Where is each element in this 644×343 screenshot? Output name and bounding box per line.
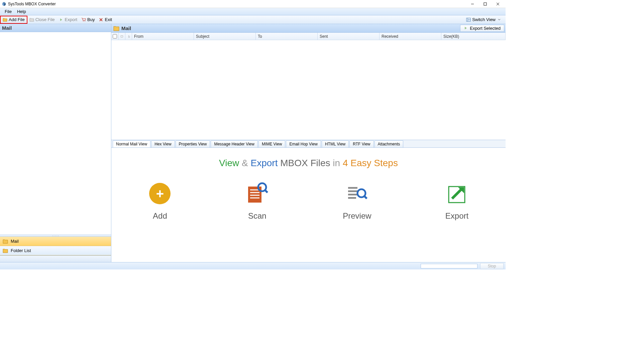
mail-header-title: Mail	[121, 25, 131, 31]
exit-icon	[99, 17, 103, 22]
toolbar: Add File Close File Export Buy Exit Swit…	[0, 15, 506, 24]
right-panel: Mail Export Selected From Subject To Sen…	[111, 24, 506, 262]
title-view: View	[219, 158, 239, 168]
col-checkbox[interactable]	[111, 33, 119, 40]
cart-icon	[81, 17, 86, 22]
svg-rect-1	[484, 3, 487, 5]
export-label: Export	[65, 17, 78, 22]
stop-button[interactable]: Stop	[480, 263, 504, 269]
preview-icon	[345, 182, 369, 205]
col-received[interactable]: Received	[380, 33, 441, 40]
scan-icon	[245, 182, 269, 205]
exit-label: Exit	[105, 17, 112, 22]
tab-properties-view[interactable]: Properties View	[176, 140, 210, 147]
close-file-button[interactable]: Close File	[27, 16, 57, 24]
add-file-button[interactable]: Add File	[0, 16, 27, 24]
col-attachment-icon	[125, 33, 132, 40]
folder-close-icon	[29, 17, 34, 22]
export-arrow-icon	[59, 17, 64, 22]
buy-button[interactable]: Buy	[79, 16, 97, 24]
svg-line-24	[364, 196, 367, 199]
titlebar: SysTools MBOX Converter	[0, 0, 506, 8]
title-steps: 4 Easy Steps	[343, 158, 398, 168]
chevron-down-icon	[497, 17, 502, 22]
welcome-title: View & Export MBOX Files in 4 Easy Steps	[219, 158, 398, 168]
tab-mime-view[interactable]: MIME View	[258, 140, 285, 147]
col-sent[interactable]: Sent	[318, 33, 380, 40]
step-preview-label: Preview	[343, 211, 371, 221]
folder-open-icon	[3, 17, 7, 22]
title-in: in	[333, 158, 340, 168]
export-icon	[464, 26, 468, 31]
view-tabs: Normal Mail View Hex View Properties Vie…	[111, 140, 506, 148]
add-file-label: Add File	[9, 17, 25, 22]
folder-tree[interactable]	[0, 32, 111, 235]
step-scan: Scan	[245, 182, 269, 221]
nav-mail[interactable]: Mail	[0, 237, 111, 246]
folder-icon	[3, 248, 8, 253]
status-bar: Stop	[0, 262, 506, 269]
title-amp: &	[242, 158, 248, 168]
buy-label: Buy	[87, 17, 95, 22]
step-add-label: Add	[153, 211, 167, 221]
preview-panel: View & Export MBOX Files in 4 Easy Steps…	[111, 148, 506, 262]
svg-rect-11	[121, 35, 123, 37]
exit-button[interactable]: Exit	[97, 16, 114, 24]
tab-email-hop-view[interactable]: Email Hop View	[286, 140, 321, 147]
col-subject[interactable]: Subject	[194, 33, 256, 40]
app-icon	[1, 1, 7, 7]
step-add: Add	[148, 182, 172, 221]
col-from[interactable]: From	[132, 33, 194, 40]
tab-hex-view[interactable]: Hex View	[151, 140, 175, 147]
tab-rtf-view[interactable]: RTF View	[349, 140, 373, 147]
select-all-checkbox[interactable]	[113, 34, 117, 38]
left-panel: Mail · · · · · Mail Folder List	[0, 24, 111, 262]
switch-view-label: Switch View	[472, 17, 496, 22]
menubar: File Help	[0, 8, 506, 15]
title-mbox: MBOX Files	[280, 158, 330, 168]
step-export: Export	[445, 182, 469, 221]
title-export: Export	[251, 158, 278, 168]
col-to[interactable]: To	[256, 33, 318, 40]
svg-point-5	[85, 21, 85, 21]
export-selected-label: Export Selected	[470, 26, 501, 31]
folder-icon	[113, 26, 119, 31]
window-title: SysTools MBOX Converter	[8, 2, 56, 6]
tab-normal-mail-view[interactable]: Normal Mail View	[113, 140, 150, 147]
step-scan-label: Scan	[248, 211, 266, 221]
switch-view-button[interactable]: Switch View	[464, 16, 504, 24]
panel-collapser[interactable]	[0, 255, 111, 262]
tab-message-header-view[interactable]: Message Header View	[211, 140, 258, 147]
menu-file[interactable]: File	[2, 8, 14, 15]
close-file-label: Close File	[35, 17, 55, 22]
folder-icon	[3, 239, 8, 244]
export-selected-button[interactable]: Export Selected	[460, 25, 504, 32]
close-button[interactable]	[492, 0, 504, 8]
svg-point-4	[83, 21, 84, 21]
export-button[interactable]: Export	[57, 16, 80, 24]
tab-attachments[interactable]: Attachments	[374, 140, 404, 147]
tab-html-view[interactable]: HTML View	[322, 140, 349, 147]
mail-list[interactable]	[111, 40, 506, 140]
menu-help[interactable]: Help	[14, 8, 29, 15]
progress-bar	[421, 264, 477, 268]
col-size[interactable]: Size(KB)	[441, 33, 506, 40]
nav-mail-label: Mail	[11, 239, 19, 244]
svg-line-18	[265, 190, 267, 193]
left-panel-header: Mail	[0, 24, 111, 32]
nav-folder-list-label: Folder List	[11, 248, 31, 253]
minimize-button[interactable]	[466, 0, 479, 8]
step-preview: Preview	[343, 182, 371, 221]
step-export-label: Export	[445, 211, 468, 221]
export-step-icon	[445, 182, 469, 205]
mail-list-header: Mail Export Selected	[111, 24, 506, 33]
add-icon	[148, 182, 172, 205]
col-item-icon	[119, 33, 125, 40]
layout-icon	[466, 17, 471, 22]
maximize-button[interactable]	[479, 0, 492, 8]
column-headers: From Subject To Sent Received Size(KB)	[111, 33, 506, 40]
nav-folder-list[interactable]: Folder List	[0, 246, 111, 255]
